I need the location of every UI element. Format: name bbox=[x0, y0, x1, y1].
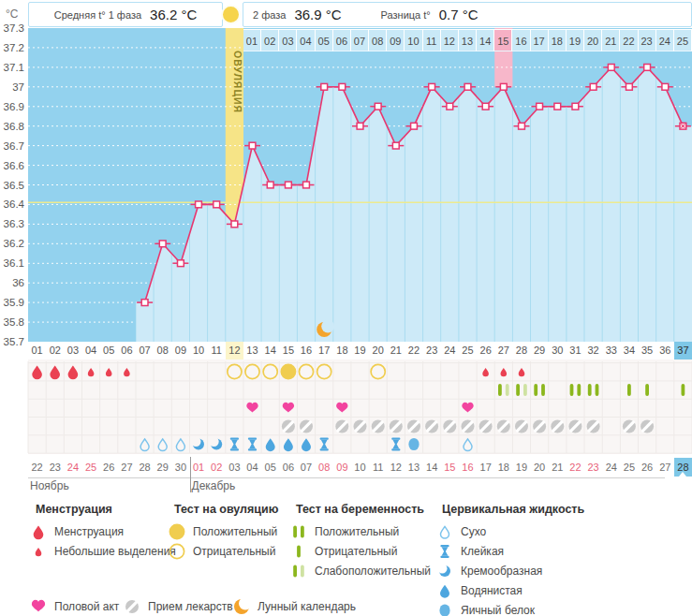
medication-pill-icon bbox=[568, 420, 582, 433]
cycle-day-cell[interactable]: 10 bbox=[190, 342, 208, 359]
cycle-day-cell[interactable]: 11 bbox=[208, 342, 226, 359]
date-cell[interactable]: 26 bbox=[100, 458, 118, 477]
cycle-day-cell[interactable]: 07 bbox=[136, 342, 154, 359]
date-cell[interactable]: 04 bbox=[243, 458, 261, 477]
cycle-day-cell[interactable]: 09 bbox=[171, 342, 189, 359]
cycle-day-cell[interactable]: 15 bbox=[279, 342, 297, 359]
diff-label: Разница t° bbox=[381, 9, 431, 21]
cycle-day-cell[interactable]: 30 bbox=[549, 342, 567, 359]
cycle-day-cell[interactable]: 32 bbox=[584, 342, 602, 359]
phase2-day-cell: 04 bbox=[297, 29, 315, 51]
cf-dry-icon bbox=[435, 522, 454, 541]
date-cell[interactable]: 06 bbox=[279, 458, 297, 477]
date-cell[interactable]: 28 bbox=[136, 458, 154, 477]
phase2-label: 2 фаза bbox=[253, 9, 286, 21]
date-cell[interactable]: 23 bbox=[584, 458, 602, 477]
date-cell[interactable]: 02 bbox=[208, 458, 226, 477]
cycle-day-cell[interactable]: 37 bbox=[674, 342, 692, 359]
cycle-day-cell[interactable]: 24 bbox=[441, 342, 459, 359]
legend-item: Менструация bbox=[28, 521, 176, 541]
date-cell[interactable]: 13 bbox=[405, 458, 422, 477]
cycle-day-cell[interactable]: 25 bbox=[459, 342, 477, 359]
moon-icon bbox=[232, 597, 251, 616]
bar-negative-icon bbox=[289, 542, 308, 561]
date-cell[interactable]: 18 bbox=[494, 458, 512, 477]
cycle-day-cell[interactable]: 34 bbox=[620, 342, 638, 359]
cycle-day-cell[interactable]: 21 bbox=[387, 342, 405, 359]
phase2-day-cell: 21 bbox=[602, 29, 620, 51]
date-cell[interactable]: 22 bbox=[567, 458, 584, 477]
date-cell[interactable]: 29 bbox=[154, 458, 171, 477]
date-cell[interactable]: 25 bbox=[82, 458, 100, 477]
date-cell[interactable]: 03 bbox=[226, 458, 243, 477]
date-cell[interactable]: 24 bbox=[602, 458, 620, 477]
cycle-day-cell[interactable]: 03 bbox=[64, 342, 81, 359]
phase2-day-cell: 01 bbox=[243, 29, 261, 51]
cycle-day-cell[interactable]: 16 bbox=[297, 342, 315, 359]
phase2-value: 36.9 °C bbox=[294, 7, 341, 22]
phase2-day-cell: 24 bbox=[656, 29, 674, 51]
cycle-day-cell[interactable]: 27 bbox=[494, 342, 512, 359]
legend-group-title: Менструация bbox=[28, 503, 176, 518]
medication-pill-icon bbox=[587, 420, 600, 433]
date-cell[interactable]: 30 bbox=[171, 458, 189, 477]
cycle-day-cell[interactable]: 13 bbox=[243, 342, 261, 359]
cervical-fluid-icon-eggwhite bbox=[408, 438, 419, 450]
cycle-day-cell[interactable]: 17 bbox=[316, 342, 333, 359]
date-cell[interactable]: 16 bbox=[459, 458, 477, 477]
date-cell[interactable]: 23 bbox=[46, 458, 64, 477]
cycle-day-cell[interactable]: 06 bbox=[118, 342, 136, 359]
date-cell[interactable]: 27 bbox=[118, 458, 136, 477]
date-cell[interactable]: 27 bbox=[656, 458, 674, 477]
cycle-day-cell[interactable]: 26 bbox=[477, 342, 494, 359]
date-cell[interactable]: 21 bbox=[549, 458, 567, 477]
phase2-day-cell: 15 bbox=[494, 29, 512, 51]
legend-item-label: Слабоположительный bbox=[315, 565, 431, 578]
legend-item: Отрицательный bbox=[167, 541, 278, 561]
date-cell[interactable]: 07 bbox=[297, 458, 315, 477]
date-cell[interactable]: 12 bbox=[387, 458, 405, 477]
date-cell[interactable]: 26 bbox=[639, 458, 656, 477]
cycle-day-cell[interactable]: 28 bbox=[512, 342, 530, 359]
temperature-chart[interactable] bbox=[0, 28, 692, 342]
cycle-day-cell[interactable]: 08 bbox=[154, 342, 171, 359]
date-cell[interactable]: 19 bbox=[512, 458, 530, 477]
date-cell[interactable]: 09 bbox=[333, 458, 351, 477]
cycle-day-cell[interactable]: 05 bbox=[100, 342, 118, 359]
cycle-day-cell[interactable]: 01 bbox=[28, 342, 46, 359]
cycle-day-cell[interactable]: 19 bbox=[351, 342, 369, 359]
date-cell[interactable]: 24 bbox=[64, 458, 81, 477]
date-cell[interactable]: 28 bbox=[674, 458, 692, 477]
cycle-day-cell[interactable]: 35 bbox=[639, 342, 656, 359]
cycle-day-cell[interactable]: 04 bbox=[82, 342, 100, 359]
cycle-day-cell[interactable]: 23 bbox=[423, 342, 441, 359]
bars-weak-icon bbox=[289, 562, 308, 580]
cycle-day-cell[interactable]: 36 bbox=[656, 342, 674, 359]
cycle-day-cell[interactable]: 18 bbox=[333, 342, 351, 359]
cycle-day-cell[interactable]: 20 bbox=[369, 342, 387, 359]
phase2-day-cell: 05 bbox=[316, 29, 333, 51]
date-cell[interactable]: 11 bbox=[369, 458, 387, 477]
medication-pill-icon bbox=[282, 420, 295, 433]
date-cell[interactable]: 10 bbox=[351, 458, 369, 477]
date-cell[interactable]: 22 bbox=[28, 458, 46, 477]
date-cell[interactable]: 14 bbox=[423, 458, 441, 477]
cycle-day-cell[interactable]: 33 bbox=[602, 342, 620, 359]
legend-item-label: Отрицательный bbox=[193, 545, 275, 558]
cycle-day-cell[interactable]: 29 bbox=[531, 342, 549, 359]
cycle-day-cell[interactable]: 31 bbox=[567, 342, 584, 359]
date-cell[interactable]: 25 bbox=[620, 458, 638, 477]
cycle-day-cell[interactable]: 14 bbox=[261, 342, 279, 359]
date-cell[interactable]: 17 bbox=[477, 458, 494, 477]
legend-footer-item: Половой акт bbox=[28, 596, 119, 616]
date-cell[interactable]: 05 bbox=[261, 458, 279, 477]
date-cell[interactable]: 01 bbox=[190, 458, 208, 477]
date-cell[interactable]: 15 bbox=[441, 458, 459, 477]
phase2-day-cell: 23 bbox=[639, 29, 656, 51]
medication-pill-icon bbox=[372, 420, 385, 433]
cycle-day-cell[interactable]: 22 bbox=[405, 342, 422, 359]
date-cell[interactable]: 08 bbox=[316, 458, 333, 477]
date-cell[interactable]: 20 bbox=[531, 458, 549, 477]
cycle-day-cell[interactable]: 02 bbox=[46, 342, 64, 359]
cycle-day-cell[interactable]: 12 bbox=[226, 342, 243, 359]
